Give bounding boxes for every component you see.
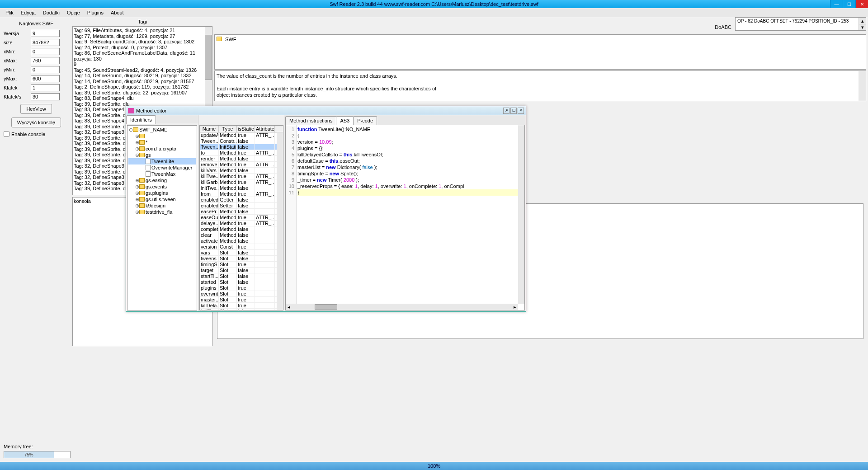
tag-line[interactable]: Tag: 9, SetBackgroundColor, długość: 3, … [74, 39, 211, 45]
col-name[interactable]: Name [200, 126, 219, 132]
code-line[interactable]: plugins = {}; [297, 145, 518, 151]
field-input-Wersja[interactable] [31, 30, 60, 37]
tag-line[interactable]: Tag: 77, Metadata, długość: 1269, pozycj… [74, 33, 211, 39]
method-row[interactable]: enabledSetterfalse [200, 203, 283, 209]
menu-plugins[interactable]: Plugins [84, 9, 107, 16]
tag-line[interactable]: Tag: 86, DefineSceneAndFrameLabelData, d… [74, 50, 211, 61]
method-row[interactable]: toMethodtrueATTR_... [200, 150, 283, 156]
method-row[interactable]: clearMethodfalse [200, 232, 283, 238]
method-row[interactable]: killGarb...MethodtrueATTR_... [200, 179, 283, 185]
tree-item[interactable]: ⊕testdrive_fla [128, 209, 196, 215]
method-editor-titlebar[interactable]: Method editor ↗ ☐ ✕ [126, 106, 526, 115]
dropdown-down-icon[interactable]: ▾ [859, 24, 866, 30]
tree-item[interactable]: ⊕com.lia.crypto [128, 146, 196, 152]
tree-item[interactable]: ⊕ [128, 133, 196, 139]
method-row[interactable]: pluginsSlottrue [200, 285, 283, 291]
method-table[interactable]: Name Type isStatic Attribute updateAllMe… [199, 125, 283, 310]
tree-item[interactable]: OverwriteManager [128, 164, 196, 171]
me-maximize-button[interactable]: ☐ [510, 108, 517, 114]
field-input-size[interactable] [31, 39, 60, 46]
code-line[interactable]: { [297, 132, 518, 139]
method-row[interactable]: Tween...Constr...false [200, 138, 283, 144]
menu-edycja[interactable]: Edycja [17, 9, 39, 16]
method-row[interactable]: remove...MethodtrueATTR_... [200, 162, 283, 168]
code-editor[interactable]: 1234567891011 function TweenLite():NO_NA… [285, 125, 525, 310]
menu-plik[interactable]: Plik [2, 9, 17, 16]
tag-line[interactable]: Tag: 83, DefineShape4, dłu [74, 95, 211, 101]
method-row[interactable]: tweensSlotfalse [200, 256, 283, 262]
tab-as3[interactable]: AS3 [336, 116, 354, 125]
close-button[interactable]: ✕ [855, 0, 868, 8]
code-line[interactable]: } [297, 189, 518, 196]
tag-line[interactable]: Tag: 24, Protect, długość: 0, pozycja: 1… [74, 45, 211, 51]
tree-item[interactable]: ⊕gs.easing [128, 177, 196, 183]
method-row[interactable]: timingS...Slottrue [200, 262, 283, 268]
code-line[interactable]: defaultEase = this.easeOut; [297, 158, 518, 164]
minimize-button[interactable]: — [830, 0, 843, 8]
tree-item[interactable]: ⊕k9design [128, 202, 196, 209]
tag-line[interactable]: Tag: 45, SoundStreamHead2, długość: 4, p… [74, 67, 211, 73]
method-row[interactable]: startTi...Slotfalse [200, 273, 283, 279]
method-row[interactable]: easePr...Methodfalse [200, 209, 283, 215]
scrollbar-thumb[interactable] [315, 304, 337, 310]
method-row[interactable]: Tween...InitStaticfalse [200, 144, 283, 150]
dropdown-up-icon[interactable]: ▴ [859, 18, 866, 24]
enable-console-checkbox[interactable] [4, 131, 9, 137]
maximize-button[interactable]: ☐ [843, 0, 855, 8]
field-input-Klatek/s[interactable] [31, 93, 60, 100]
col-attribute[interactable]: Attribute [255, 126, 275, 132]
code-line[interactable]: _reservedProps = { ease: 1, delay: 1, ov… [297, 183, 518, 189]
method-row[interactable]: completeMethodfalse [200, 226, 283, 232]
tag-line[interactable]: Tag: 14, DefineSound, długość: 80219, po… [74, 79, 211, 85]
method-row[interactable]: targetSlotfalse [200, 268, 283, 273]
method-row[interactable]: killTwe...MethodtrueATTR_... [200, 174, 283, 179]
col-type[interactable]: Type [219, 126, 237, 132]
tag-line[interactable]: Tag: 69, FileAttributes, długość: 4, poz… [74, 28, 211, 33]
code-line[interactable]: killDelayedCallsTo = this.killTweensOf; [297, 151, 518, 158]
tree-item[interactable]: ⊕gs.utils.tween [128, 196, 196, 202]
swf-tree-panel[interactable]: SWF [214, 34, 866, 70]
desc-scrollbar[interactable] [859, 71, 866, 101]
menu-dodatki[interactable]: Dodatki [39, 9, 63, 16]
method-row[interactable]: killVarsMethodfalse [200, 168, 283, 174]
tab-method-instructions[interactable]: Method instructions [285, 116, 336, 125]
tree-item[interactable]: ⊖SWF_NAME [128, 127, 196, 133]
method-row[interactable]: activateMethodfalse [200, 238, 283, 244]
tree-item[interactable]: ⊕* [128, 139, 196, 146]
tree-item[interactable]: ⊖gs [128, 152, 196, 158]
col-isstatic[interactable]: isStatic [237, 126, 255, 132]
code-line[interactable]: version = 10.09; [297, 139, 518, 145]
tree-item[interactable]: ⊕gs.plugins [128, 190, 196, 196]
code-scrollbar-v[interactable] [518, 125, 524, 304]
me-minimize-button[interactable]: ↗ [503, 108, 509, 114]
field-input-Klatek[interactable] [31, 84, 60, 91]
method-row[interactable]: fromMethodtrueATTR_... [200, 191, 283, 197]
method-row[interactable]: easeOutMethodtrueATTR_... [200, 215, 283, 221]
field-input-xMax:[interactable] [31, 57, 60, 64]
tag-line[interactable]: Tag: 14, DefineSound, długość: 80219, po… [74, 73, 211, 79]
identifiers-tab[interactable]: Identifiers [126, 115, 156, 124]
info-dropdown[interactable]: OP - 82 DoABC OFFSET - 792294 POSITION_I… [735, 17, 866, 31]
code-line[interactable]: masterList = new Dictionary( false ); [297, 164, 518, 170]
method-row[interactable]: versionConsttrue [200, 244, 283, 250]
description-panel[interactable]: The value of class_count is the number o… [214, 70, 866, 101]
tag-line[interactable]: Tag: 39, DefineSprite, długość: 22, pozy… [74, 90, 211, 96]
field-input-yMin:[interactable] [31, 66, 60, 73]
field-input-yMax:[interactable] [31, 75, 60, 82]
me-close-button[interactable]: ✕ [518, 108, 524, 114]
method-row[interactable]: initTwe...Methodfalse [200, 185, 283, 191]
clear-console-button[interactable]: Wyczyść konsolę [11, 118, 61, 127]
tree-item[interactable]: TweenMax [128, 171, 196, 177]
tree-item[interactable]: TweenLite [128, 158, 196, 164]
method-table-scrollbar[interactable] [277, 133, 283, 310]
scrollbar-thumb[interactable] [205, 35, 212, 80]
code-scrollbar-h[interactable]: ◂ ▸ [286, 304, 518, 310]
method-row[interactable]: startedSlotfalse [200, 279, 283, 285]
identifier-tree[interactable]: ⊖SWF_NAME⊕⊕*⊕com.lia.crypto⊖gsTweenLiteO… [127, 125, 197, 310]
method-row[interactable]: updateAllMethodtrueATTR_... [200, 132, 283, 138]
code-line[interactable]: function TweenLite():NO_NAME [297, 126, 518, 132]
tree-item[interactable]: ⊕gs.events [128, 183, 196, 190]
hexview-button[interactable]: HexView [20, 104, 52, 114]
method-row[interactable]: delaye...MethodtrueATTR_... [200, 221, 283, 226]
method-row[interactable]: renderMethodfalse [200, 156, 283, 162]
